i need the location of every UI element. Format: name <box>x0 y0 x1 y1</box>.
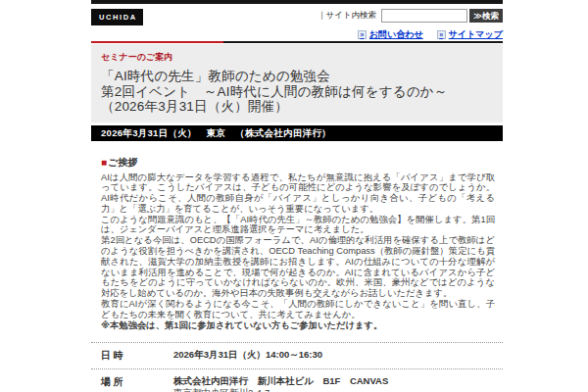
place-value: 株式会社内田洋行 新川本社ビル B1F CANVAS 東京都中央区新川2-4-7… <box>173 375 502 392</box>
venue-name: 株式会社内田洋行 新川本社ビル B1F CANVAS <box>173 375 502 387</box>
seminar-title-line2: 第2回イベント ～AI時代に人間の教師は何をするのか～ <box>101 84 493 100</box>
datetime-row: 日 時 2026年3月31日（火）14:00～16:30 <box>91 342 503 368</box>
sitemap-link[interactable]: » サイトマップ <box>437 28 503 41</box>
greeting-heading: ■ご挨拶 <box>101 156 495 170</box>
greeting-paragraph: 教育にAIが深く関わるようになる今こそ、「人間の教師にしかできないこと」を問い直… <box>101 299 495 320</box>
site-search: ｜サイト内検索 ≫検索 <box>318 9 503 23</box>
participation-note: ※本勉強会は、第1回に参加されていない方もご参加いただけます。 <box>101 320 495 331</box>
place-row: 場 所 株式会社内田洋行 新川本社ビル B1F CANVAS 東京都中央区新川2… <box>91 368 503 392</box>
greeting-body: AIは人間の膨大なデータを学習する過程で、私たちが無意識に抱える「バイアス」まで… <box>101 172 495 331</box>
search-button[interactable]: ≫検索 <box>469 9 503 23</box>
seminar-title-block: セミナーのご案内 「AI時代の先生」教師のための勉強会 第2回イベント ～AI時… <box>91 44 503 122</box>
seminar-title-line1: 「AI時代の先生」教師のための勉強会 <box>101 69 493 84</box>
page-container: UCHIDA ｜サイト内検索 ≫検索 » お問い合わせ » サイトマップ セミナ… <box>91 0 503 392</box>
site-search-input[interactable] <box>381 9 467 23</box>
chevron-square-icon: » <box>358 30 367 39</box>
greeting-heading-label: ご挨拶 <box>108 157 137 168</box>
contact-link-label: お問い合わせ <box>369 28 423 41</box>
event-date-bar: 2026年3月31日（火） 東京 （株式会社内田洋行） <box>91 125 503 141</box>
uchida-logo[interactable]: UCHIDA <box>91 9 143 25</box>
site-search-label: ｜サイト内検索 <box>318 10 376 22</box>
red-black-divider <box>91 41 503 43</box>
datetime-value: 2026年3月31日（火）14:00～16:30 <box>173 349 322 363</box>
venue-address: 東京都中央区新川2-4-7 <box>173 387 502 392</box>
contact-link[interactable]: » お問い合わせ <box>358 28 423 41</box>
search-area: ｜サイト内検索 ≫検索 » お問い合わせ » サイトマップ <box>318 9 503 41</box>
sitemap-link-label: サイトマップ <box>449 28 503 41</box>
greeting-paragraph: AIは人間の膨大なデータを学習する過程で、私たちが無意識に抱える「バイアス」まで… <box>101 172 495 215</box>
seminar-title-line3: （2026年3月31日（火）開催） <box>101 99 493 115</box>
place-label: 場 所 <box>91 375 173 392</box>
greeting-paragraph: このような問題意識のもと、【「AI時代の先生」～教師のための勉強会】を開催します… <box>101 215 495 236</box>
greeting-section: ■ご挨拶 AIは人間の膨大なデータを学習する過程で、私たちが無意識に抱える「バイ… <box>91 156 503 331</box>
site-header: UCHIDA ｜サイト内検索 ≫検索 » お問い合わせ » サイトマップ <box>91 4 503 35</box>
red-square-bullet-icon: ■ <box>101 157 107 168</box>
chevron-square-icon: » <box>437 30 446 39</box>
greeting-paragraph: 第2回となる今回は、OECDの国際フォーラムで、AIの倫理的な利活用を確保する上… <box>101 235 495 299</box>
event-details: 日 時 2026年3月31日（火）14:00～16:30 場 所 株式会社内田洋… <box>91 342 503 392</box>
seminar-category-label: セミナーのご案内 <box>101 51 493 64</box>
header-links: » お問い合わせ » サイトマップ <box>358 28 503 41</box>
datetime-label: 日 時 <box>91 349 173 363</box>
